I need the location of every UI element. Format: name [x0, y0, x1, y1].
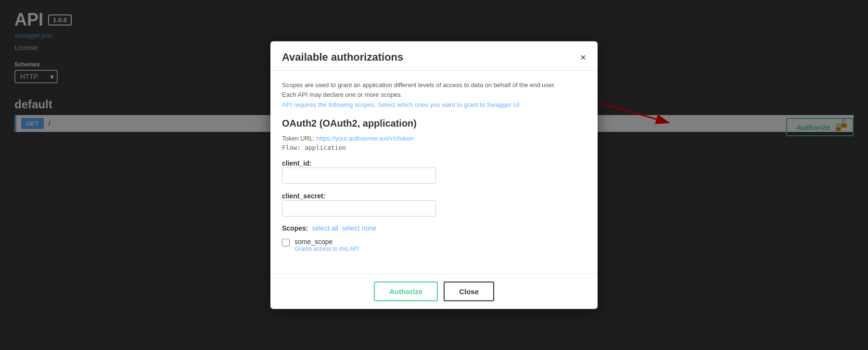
scopes-section: Scopes: select all select none some_scop… — [282, 224, 586, 252]
modal-close-button[interactable]: × — [580, 52, 586, 62]
scope-details: some_scope Grants access to this API — [294, 238, 359, 252]
scopes-info-line3: API requires the following scopes. Selec… — [282, 101, 521, 108]
modal-title: Available authorizations — [282, 51, 403, 63]
scope-item: some_scope Grants access to this API — [282, 238, 586, 252]
client-id-label: client_id: — [282, 159, 311, 167]
scopes-header: Scopes: select all select none — [282, 224, 586, 232]
oauth2-title: OAuth2 (OAuth2, application) — [282, 118, 586, 129]
token-url-row: Token URL: https://your.authserver.ext/v… — [282, 135, 586, 142]
modal-available-authorizations: Available authorizations × Scopes are us… — [270, 41, 598, 309]
modal-body: Scopes are used to grant an application … — [270, 70, 598, 273]
scopes-info: Scopes are used to grant an application … — [282, 80, 586, 110]
scope-name: some_scope — [294, 238, 359, 246]
flow-label: Flow: — [282, 144, 301, 151]
scopes-info-link[interactable]: API requires the following scopes. Selec… — [282, 101, 521, 108]
flow-value: application — [305, 144, 346, 151]
scopes-info-line2: Each API may declare one or more scopes. — [282, 91, 402, 98]
scopes-label: Scopes: — [282, 224, 308, 232]
token-url-value: https://your.authserver.ext/v1/token — [317, 135, 414, 142]
client-id-input[interactable] — [282, 168, 436, 184]
modal-header: Available authorizations × — [270, 41, 598, 70]
authorize-button[interactable]: Authorize — [374, 282, 438, 301]
client-secret-input[interactable] — [282, 200, 436, 217]
flow-row: Flow: application — [282, 144, 586, 151]
scope-desc: Grants access to this API — [294, 246, 359, 252]
scope-checkbox[interactable] — [282, 239, 290, 246]
modal-footer: Authorize Close — [270, 273, 598, 309]
scopes-info-line1: Scopes are used to grant an application … — [282, 81, 556, 88]
token-url-label: Token URL: — [282, 135, 315, 142]
client-secret-label: client_secret: — [282, 192, 325, 200]
select-none-link[interactable]: select none — [342, 224, 377, 232]
select-all-link[interactable]: select all — [312, 224, 338, 232]
close-button[interactable]: Close — [444, 282, 494, 301]
